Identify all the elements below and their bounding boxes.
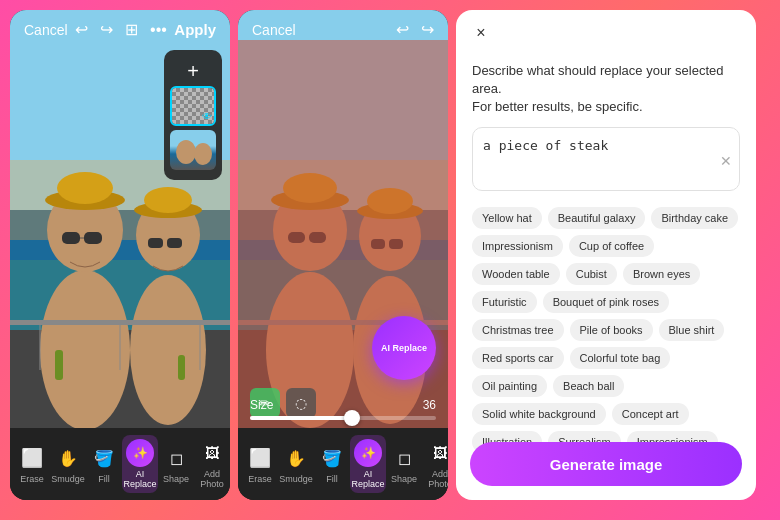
svg-rect-10 xyxy=(84,232,102,244)
tag-item[interactable]: Futuristic xyxy=(472,291,537,313)
tag-item[interactable]: Beach ball xyxy=(553,375,624,397)
toolbar-p1: ⬜ Erase ✋ Smudge 🪣 Fill ✨ AI Replace ◻ S… xyxy=(10,428,230,500)
prompt-input[interactable]: a piece of steak xyxy=(472,127,740,191)
tag-item[interactable]: Pile of books xyxy=(570,319,653,341)
svg-rect-23 xyxy=(178,355,185,380)
apply-button[interactable]: Apply xyxy=(174,21,216,38)
input-wrapper: a piece of steak ✕ xyxy=(472,127,740,195)
size-label-row: Size 36 xyxy=(250,398,436,412)
more-icon[interactable]: ••• xyxy=(150,21,167,39)
svg-rect-16 xyxy=(148,238,163,248)
tool-ai-replace-p2[interactable]: ✨ AI Replace xyxy=(350,435,386,493)
layer-item-2[interactable] xyxy=(170,130,216,170)
tag-item[interactable]: Oil painting xyxy=(472,375,547,397)
layer-item-1[interactable]: 👁 xyxy=(170,86,216,126)
dialog-title: Describe what should replace your select… xyxy=(472,62,740,117)
ai-replace-icon-p2: ✨ xyxy=(354,439,382,467)
main-container: Cancel ↩ ↪ ⊞ ••• Apply + 👁 xyxy=(0,0,780,520)
undo-icon[interactable]: ↩ xyxy=(75,20,88,39)
erase-icon-p2: ⬜ xyxy=(246,444,274,472)
tag-item[interactable]: Beautiful galaxy xyxy=(548,207,646,229)
tag-item[interactable]: Impressionism xyxy=(472,235,563,257)
layers-panel: + 👁 xyxy=(164,50,222,180)
add-photo-label: Add Photo xyxy=(196,469,228,489)
erase-label-p2: Erase xyxy=(248,474,272,484)
svg-point-12 xyxy=(130,275,206,425)
erase-label: Erase xyxy=(20,474,44,484)
fill-label: Fill xyxy=(98,474,110,484)
slider-track[interactable] xyxy=(250,416,436,420)
tag-item[interactable]: Brown eyes xyxy=(623,263,700,285)
slider-fill xyxy=(250,416,352,420)
header-icons-p1: ↩ ↪ ⊞ ••• xyxy=(75,20,167,39)
svg-rect-17 xyxy=(167,238,182,248)
tags-container: Yellow hatBeautiful galaxyBirthday cakeI… xyxy=(472,207,740,457)
svg-point-8 xyxy=(57,172,113,204)
ai-replace-float-badge[interactable]: AI Replace xyxy=(372,316,436,380)
erase-icon: ⬜ xyxy=(18,444,46,472)
undo-icon-p2[interactable]: ↩ xyxy=(396,20,409,39)
ai-replace-label: AI Replace xyxy=(123,469,156,489)
add-photo-label-p2: Add Photo xyxy=(424,469,448,489)
clear-input-icon[interactable]: ✕ xyxy=(720,153,732,169)
tag-item[interactable]: Concept art xyxy=(612,403,689,425)
tool-smudge[interactable]: ✋ Smudge xyxy=(50,440,86,488)
cancel-button-p1[interactable]: Cancel xyxy=(24,22,68,38)
svg-point-5 xyxy=(40,270,130,430)
svg-point-24 xyxy=(176,140,196,164)
fill-icon-p2: 🪣 xyxy=(318,444,346,472)
size-bar: Size 36 xyxy=(250,398,436,420)
tag-item[interactable]: Blue shirt xyxy=(659,319,725,341)
panel-editor: Cancel ↩ ↪ ⊞ ••• Apply + 👁 xyxy=(10,10,230,500)
tag-item[interactable]: Colorful tote bag xyxy=(570,347,671,369)
size-label-text: Size xyxy=(250,398,273,412)
fill-icon: 🪣 xyxy=(90,444,118,472)
ai-replace-label-p2: AI Replace xyxy=(351,469,384,489)
slider-thumb[interactable] xyxy=(344,410,360,426)
tool-erase[interactable]: ⬜ Erase xyxy=(14,440,50,488)
close-button[interactable]: × xyxy=(470,22,492,44)
tool-smudge-p2[interactable]: ✋ Smudge xyxy=(278,440,314,488)
tag-item[interactable]: Solid white background xyxy=(472,403,606,425)
tag-item[interactable]: Cubist xyxy=(566,263,617,285)
svg-rect-9 xyxy=(62,232,80,244)
svg-point-25 xyxy=(194,143,212,165)
shape-icon: ◻ xyxy=(162,444,190,472)
tag-item[interactable]: Cup of coffee xyxy=(569,235,654,257)
layers-icon[interactable]: ⊞ xyxy=(125,20,138,39)
svg-point-15 xyxy=(144,187,192,213)
tool-shape-p2[interactable]: ◻ Shape xyxy=(386,440,422,488)
add-layer-button[interactable]: + xyxy=(170,56,216,86)
redo-icon-p2[interactable]: ↪ xyxy=(421,20,434,39)
tag-item[interactable]: Christmas tree xyxy=(472,319,564,341)
cancel-button-p2[interactable]: Cancel xyxy=(252,22,296,38)
panel-ai-replace: Cancel ↩ ↪ AI Replace ✏ ◌ Size 36 xyxy=(238,10,448,500)
toolbar-p2: ⬜ Erase ✋ Smudge 🪣 Fill ✨ AI Replace ◻ S… xyxy=(238,428,448,500)
smudge-label-p2: Smudge xyxy=(279,474,313,484)
generate-button[interactable]: Generate image xyxy=(470,442,742,486)
tag-item[interactable]: Wooden table xyxy=(472,263,560,285)
redo-icon[interactable]: ↪ xyxy=(100,20,113,39)
ai-replace-float-label: AI Replace xyxy=(381,343,427,353)
tool-erase-p2[interactable]: ⬜ Erase xyxy=(242,440,278,488)
tool-fill-p2[interactable]: 🪣 Fill xyxy=(314,440,350,488)
tool-add-photo-p2[interactable]: 🖼 Add Photo xyxy=(422,435,448,493)
smudge-icon: ✋ xyxy=(54,444,82,472)
tool-add-photo[interactable]: 🖼 Add Photo xyxy=(194,435,230,493)
shape-label: Shape xyxy=(163,474,189,484)
tool-shape[interactable]: ◻ Shape xyxy=(158,440,194,488)
panel1-header: Cancel ↩ ↪ ⊞ ••• Apply xyxy=(10,10,230,49)
ai-replace-icon: ✨ xyxy=(126,439,154,467)
tool-ai-replace[interactable]: ✨ AI Replace xyxy=(122,435,158,493)
tag-item[interactable]: Bouquet of pink roses xyxy=(543,291,669,313)
tag-item[interactable]: Red sports car xyxy=(472,347,564,369)
tag-item[interactable]: Birthday cake xyxy=(651,207,738,229)
layer-eye-icon[interactable]: 👁 xyxy=(202,111,212,122)
size-value: 36 xyxy=(423,398,436,412)
tag-item[interactable]: Yellow hat xyxy=(472,207,542,229)
panel-dialog: × Describe what should replace your sele… xyxy=(456,10,756,500)
tool-fill[interactable]: 🪣 Fill xyxy=(86,440,122,488)
header-icons-p2: ↩ ↪ xyxy=(396,20,434,39)
smudge-label: Smudge xyxy=(51,474,85,484)
add-photo-icon-p2: 🖼 xyxy=(426,439,448,467)
